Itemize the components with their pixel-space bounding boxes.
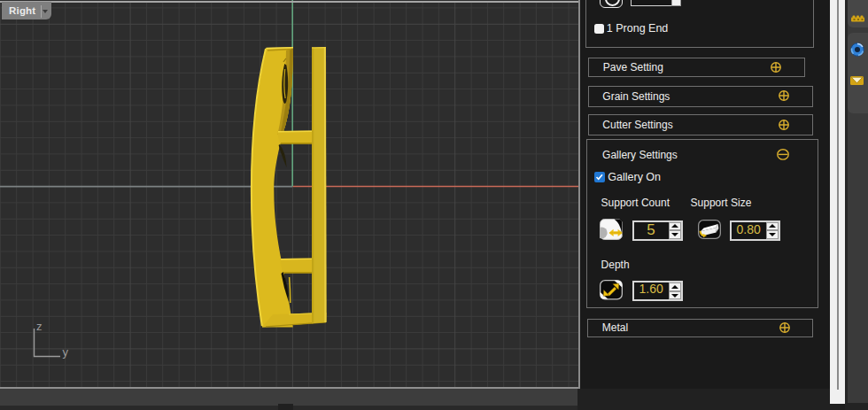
svg-text:z: z [36,320,43,333]
svg-text:y: y [63,345,69,359]
